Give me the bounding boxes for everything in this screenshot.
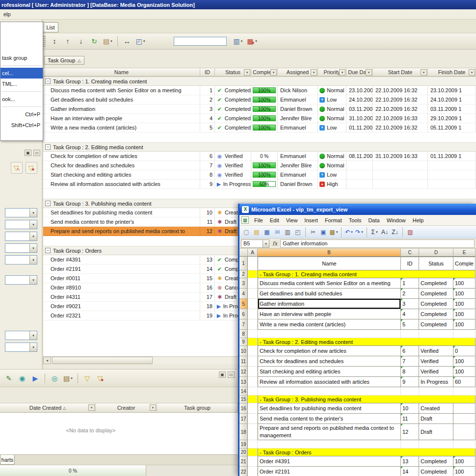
cell-B9[interactable]: - Task Group : 2. Editing media content	[258, 338, 476, 346]
edit-record-button[interactable]: ✎	[3, 372, 15, 384]
filter-combo[interactable]: ▾	[5, 243, 37, 253]
cell-D13[interactable]: In Progress	[419, 377, 453, 387]
cell-E1[interactable]: Comple	[453, 257, 476, 270]
cell-A2[interactable]	[248, 270, 258, 278]
collapse-icon[interactable]: −	[45, 79, 51, 84]
cell-D4[interactable]: Completed	[419, 289, 453, 299]
cell-E12[interactable]: 100	[453, 367, 476, 377]
task-row[interactable]: Write a new media content (articles)5✔Co…	[43, 123, 476, 132]
cell-E16[interactable]	[453, 403, 476, 414]
row-header-6[interactable]: 6	[239, 309, 248, 319]
row-header-22[interactable]: 22	[239, 467, 248, 476]
file-menu-item[interactable]: Ctrl+P	[0, 109, 43, 120]
dropdown-arrow-icon[interactable]: ▾	[29, 331, 37, 340]
dropdown-arrow-icon[interactable]: ▾	[263, 240, 269, 247]
row-header-17[interactable]: 17	[239, 414, 248, 424]
column-header-D[interactable]: D	[419, 249, 453, 257]
cell-D18[interactable]: Draft	[419, 424, 453, 440]
dropdown-arrow-icon[interactable]: ▾	[29, 343, 37, 351]
cell-B3[interactable]: Discuss media content with Senior Editor…	[258, 278, 401, 289]
column-header-due-date[interactable]: Due Date▾	[346, 68, 373, 77]
cell-A10[interactable]	[248, 346, 258, 356]
dropdown-arrow-icon[interactable]: ▾	[29, 256, 37, 264]
excel-menu-file[interactable]: File	[251, 216, 266, 225]
column-header-id[interactable]: ID	[200, 68, 215, 77]
cell-B17[interactable]: Send media content to the printer's	[258, 414, 401, 424]
cell-D16[interactable]: Created	[419, 403, 453, 414]
formula-input[interactable]: Gather information	[280, 239, 475, 248]
cell-D5[interactable]: Completed	[419, 299, 453, 309]
name-box[interactable]: B5 ▾	[241, 239, 269, 248]
column-header-A[interactable]: A	[248, 249, 258, 257]
cell-E3[interactable]: 100	[453, 278, 476, 289]
cell-E5[interactable]: 100	[453, 299, 476, 309]
row-header-16[interactable]: 16	[239, 403, 248, 414]
tab-list[interactable]: List	[43, 22, 58, 32]
export-button[interactable]: ◰▾	[134, 35, 147, 47]
cell-A21[interactable]	[248, 456, 258, 467]
task-row[interactable]: Check for deadlines and schedules7◉Verif…	[43, 161, 476, 170]
sort-ascending-button[interactable]: A↓	[380, 227, 390, 237]
cell-D7[interactable]: Completed	[419, 319, 453, 330]
excel-window[interactable]: X Microsoft Excel - vip_tm_export_view ▦…	[238, 204, 476, 476]
dropdown-arrow-icon[interactable]: ▾	[29, 220, 37, 229]
toolbar-grip[interactable]	[43, 36, 46, 47]
hscrollbar-thumb[interactable]	[52, 357, 153, 364]
filter-button[interactable]: ▾	[339, 69, 345, 76]
scroll-left-icon[interactable]: ◂	[43, 357, 51, 364]
row-header-15[interactable]: 15	[239, 396, 248, 403]
email-button[interactable]: ✉	[272, 227, 282, 237]
cell-C16[interactable]: 10	[401, 403, 419, 414]
cell-C7[interactable]: 5	[401, 319, 419, 330]
cell-E14[interactable]	[453, 387, 476, 396]
cell-E11[interactable]: 100	[453, 356, 476, 367]
file-menu-item[interactable]: task group	[0, 53, 43, 63]
float-panel-icon[interactable]: ▣	[25, 150, 31, 156]
redo-button[interactable]: ↷▾	[354, 227, 364, 237]
cell-A9[interactable]	[248, 338, 258, 346]
cell-B15[interactable]: - Task Group : 3. Publishing media conte…	[258, 396, 476, 403]
cell-B8[interactable]	[258, 330, 401, 338]
column-header-date-created[interactable]: Date Created△▾	[0, 403, 96, 413]
menu-help[interactable]: elp	[0, 10, 14, 18]
row-header-1[interactable]: 1	[239, 257, 248, 270]
cell-A4[interactable]	[248, 289, 258, 299]
cell-B13[interactable]: Review all information associated with a…	[258, 377, 401, 387]
file-menu-item[interactable]: cel...	[0, 68, 43, 79]
file-menu-item[interactable]: ook...	[0, 94, 43, 105]
cell-B21[interactable]: Order #4391	[258, 456, 401, 467]
cell-B22[interactable]: Order #2191	[258, 467, 401, 476]
undo-button[interactable]: ↶▾	[344, 227, 354, 237]
excel-menu-insert[interactable]: Insert	[301, 216, 321, 225]
cell-C1[interactable]: ID	[401, 257, 419, 270]
copy-button[interactable]: ▣	[318, 227, 328, 237]
cell-D3[interactable]: Completed	[419, 278, 453, 289]
row-header-4[interactable]: 4	[239, 289, 248, 299]
filter-button[interactable]: ▾	[270, 69, 277, 76]
file-menu-item[interactable]: Shift+Ctrl+P	[0, 120, 43, 131]
cell-A7[interactable]	[248, 319, 258, 330]
cell-E6[interactable]: 100	[453, 309, 476, 319]
pin-panel-icon[interactable]: ▭	[33, 150, 40, 156]
cell-D17[interactable]: Draft	[419, 414, 453, 424]
float-panel-icon[interactable]: ▣	[219, 371, 226, 378]
row-header-12[interactable]: 12	[239, 367, 248, 377]
cell-D1[interactable]: Status	[419, 257, 453, 270]
filter-combo[interactable]: ▾	[5, 331, 37, 340]
cell-B11[interactable]: Check for deadlines and schedules	[258, 356, 401, 367]
cell-A17[interactable]	[248, 414, 258, 424]
column-header-status[interactable]: Status▾	[215, 68, 251, 77]
row-header-8[interactable]: 8	[239, 330, 248, 338]
cell-C10[interactable]: 6	[401, 346, 419, 356]
file-menu-item[interactable]: TML...	[0, 79, 43, 89]
link-button[interactable]: ◎	[49, 372, 60, 384]
column-header-priority[interactable]: Priority▾	[318, 68, 346, 77]
cell-A12[interactable]	[248, 367, 258, 377]
cell-C21[interactable]: 13	[401, 456, 419, 467]
filter-button[interactable]: ▾	[366, 69, 372, 76]
cell-C18[interactable]: 12	[401, 424, 419, 440]
row-header-14[interactable]: 14	[239, 387, 248, 396]
cell-C4[interactable]: 2	[401, 289, 419, 299]
cell-E10[interactable]: 0	[453, 346, 476, 356]
cell-C6[interactable]: 4	[401, 309, 419, 319]
